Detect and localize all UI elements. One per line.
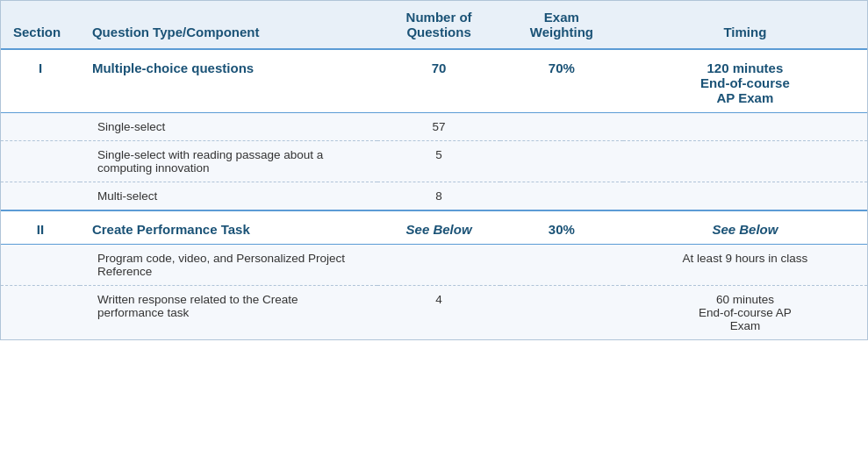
header-timing: Timing [623, 1, 867, 49]
section-ii-row: II Create Performance Task See Below 30%… [1, 210, 867, 245]
section-ii-timing: See Below [623, 210, 867, 245]
section-ii-numq: See Below [377, 210, 500, 245]
header-weight: Exam Weighting [500, 1, 623, 49]
table-row: Multi-select 8 [1, 182, 867, 211]
sub-timing-5: 60 minutesEnd-of-course APExam [623, 286, 867, 340]
section-i-timing: 120 minutes End-of-course AP Exam [623, 49, 867, 113]
sub-timing-4: At least 9 hours in class [623, 245, 867, 286]
header-type: Question Type/Component [80, 1, 377, 49]
table-row: Program code, video, and Personalized Pr… [1, 245, 867, 286]
sub-type-2: Single-select with reading passage about… [80, 141, 377, 182]
section-ii-weight: 30% [500, 210, 623, 245]
sub-numq-5: 4 [377, 286, 500, 340]
table-row: Single-select with reading passage about… [1, 141, 867, 182]
sub-numq-3: 8 [377, 182, 500, 211]
section-i-row: I Multiple-choice questions 70 70% 120 m… [1, 49, 867, 113]
exam-table: Section Question Type/Component Number o… [0, 0, 868, 340]
section-i-type: Multiple-choice questions [80, 49, 377, 113]
sub-numq-2: 5 [377, 141, 500, 182]
section-ii-type: Create Performance Task [80, 210, 377, 245]
sub-type-4: Program code, video, and Personalized Pr… [80, 245, 377, 286]
table-row: Written response related to the Create p… [1, 286, 867, 340]
section-i-weight: 70% [500, 49, 623, 113]
section-i-num: I [1, 49, 80, 113]
sub-numq-1: 57 [377, 113, 500, 141]
sub-type-3: Multi-select [80, 182, 377, 211]
table-row: Single-select 57 [1, 113, 867, 141]
section-ii-num: II [1, 210, 80, 245]
header-numq: Number of Questions [377, 1, 500, 49]
header-section: Section [1, 1, 80, 49]
sub-type-1: Single-select [80, 113, 377, 141]
sub-type-5: Written response related to the Create p… [80, 286, 377, 340]
section-i-numq: 70 [377, 49, 500, 113]
